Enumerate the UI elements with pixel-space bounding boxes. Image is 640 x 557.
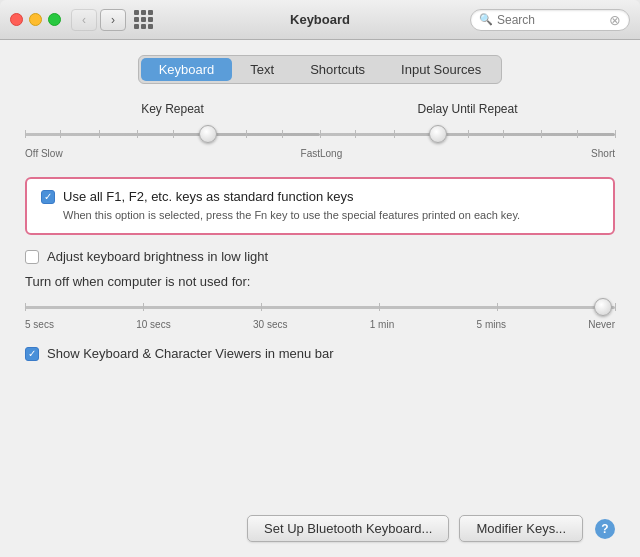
delay-until-repeat-section: Delay Until Repeat Long Short bbox=[320, 102, 615, 159]
forward-button[interactable]: › bbox=[100, 9, 126, 31]
checkmark-icon: ✓ bbox=[44, 192, 52, 202]
key-repeat-thumb[interactable] bbox=[199, 125, 217, 143]
key-repeat-section: Key Repeat Off Slow Fast bbox=[25, 102, 320, 159]
window-title: Keyboard bbox=[290, 12, 350, 27]
key-repeat-slider[interactable] bbox=[25, 124, 320, 144]
fn-keys-row: ✓ Use all F1, F2, etc. keys as standard … bbox=[41, 189, 599, 223]
traffic-lights bbox=[10, 13, 61, 26]
search-bar[interactable]: 🔍 ⊗ bbox=[470, 9, 630, 31]
tab-keyboard[interactable]: Keyboard bbox=[141, 58, 233, 81]
search-icon: 🔍 bbox=[479, 13, 493, 26]
modifier-keys-button[interactable]: Modifier Keys... bbox=[459, 515, 583, 542]
brightness-row: Adjust keyboard brightness in low light bbox=[25, 249, 615, 264]
turnoff-slider-thumb[interactable] bbox=[594, 298, 612, 316]
back-button[interactable]: ‹ bbox=[71, 9, 97, 31]
show-keyboard-checkbox[interactable]: ✓ bbox=[25, 347, 39, 361]
key-repeat-min: Off Slow bbox=[25, 148, 63, 159]
search-clear-icon[interactable]: ⊗ bbox=[609, 12, 621, 28]
key-repeat-label: Key Repeat bbox=[141, 102, 204, 116]
show-keyboard-label: Show Keyboard & Character Viewers in men… bbox=[47, 346, 334, 361]
key-repeat-sublabels: Off Slow Fast bbox=[25, 148, 320, 159]
turnoff-label-5s: 5 secs bbox=[25, 319, 54, 330]
delay-until-repeat-max: Short bbox=[591, 148, 615, 159]
help-button[interactable]: ? bbox=[595, 519, 615, 539]
tab-shortcuts[interactable]: Shortcuts bbox=[292, 58, 383, 81]
maximize-button[interactable] bbox=[48, 13, 61, 26]
bottom-buttons: Set Up Bluetooth Keyboard... Modifier Ke… bbox=[25, 515, 583, 542]
chevron-left-icon: ‹ bbox=[82, 13, 86, 27]
fn-keys-description: When this option is selected, press the … bbox=[63, 208, 520, 223]
turnoff-label: Turn off when computer is not used for: bbox=[25, 274, 615, 289]
brightness-checkbox[interactable] bbox=[25, 250, 39, 264]
key-repeat-max: Fast bbox=[301, 148, 320, 159]
grid-icon[interactable] bbox=[134, 10, 153, 29]
tab-group: Keyboard Text Shortcuts Input Sources bbox=[138, 55, 503, 84]
tabs: Keyboard Text Shortcuts Input Sources bbox=[25, 55, 615, 84]
bottom-row: Set Up Bluetooth Keyboard... Modifier Ke… bbox=[25, 515, 615, 542]
show-keyboard-row: ✓ Show Keyboard & Character Viewers in m… bbox=[25, 346, 615, 361]
search-input[interactable] bbox=[497, 13, 607, 27]
fn-keys-checkbox[interactable]: ✓ bbox=[41, 190, 55, 204]
minimize-button[interactable] bbox=[29, 13, 42, 26]
turnoff-label-30s: 30 secs bbox=[253, 319, 287, 330]
titlebar: ‹ › Keyboard 🔍 ⊗ bbox=[0, 0, 640, 40]
main-content: Keyboard Text Shortcuts Input Sources Ke… bbox=[0, 40, 640, 557]
fn-keys-section: ✓ Use all F1, F2, etc. keys as standard … bbox=[25, 177, 615, 235]
delay-until-repeat-thumb[interactable] bbox=[429, 125, 447, 143]
delay-until-repeat-label: Delay Until Repeat bbox=[417, 102, 517, 116]
nav-buttons: ‹ › bbox=[71, 9, 126, 31]
fn-keys-text: Use all F1, F2, etc. keys as standard fu… bbox=[63, 189, 520, 223]
bluetooth-keyboard-button[interactable]: Set Up Bluetooth Keyboard... bbox=[247, 515, 449, 542]
close-button[interactable] bbox=[10, 13, 23, 26]
tab-text[interactable]: Text bbox=[232, 58, 292, 81]
show-keyboard-checkmark-icon: ✓ bbox=[28, 349, 36, 359]
turnoff-label-5m: 5 mins bbox=[477, 319, 506, 330]
sliders-row: Key Repeat Off Slow Fast bbox=[25, 102, 615, 159]
delay-until-repeat-slider[interactable] bbox=[320, 124, 615, 144]
fn-keys-label: Use all F1, F2, etc. keys as standard fu… bbox=[63, 189, 520, 204]
chevron-right-icon: › bbox=[111, 13, 115, 27]
turnoff-label-1m: 1 min bbox=[370, 319, 394, 330]
brightness-label: Adjust keyboard brightness in low light bbox=[47, 249, 268, 264]
turnoff-label-10s: 10 secs bbox=[136, 319, 170, 330]
delay-until-repeat-sublabels: Long Short bbox=[320, 148, 615, 159]
tab-input-sources[interactable]: Input Sources bbox=[383, 58, 499, 81]
turnoff-slider-labels: 5 secs 10 secs 30 secs 1 min 5 mins Neve… bbox=[25, 319, 615, 330]
turnoff-slider[interactable] bbox=[25, 297, 615, 317]
delay-until-repeat-min: Long bbox=[320, 148, 342, 159]
turnoff-slider-container: 5 secs 10 secs 30 secs 1 min 5 mins Neve… bbox=[25, 297, 615, 330]
turnoff-label-never: Never bbox=[588, 319, 615, 330]
